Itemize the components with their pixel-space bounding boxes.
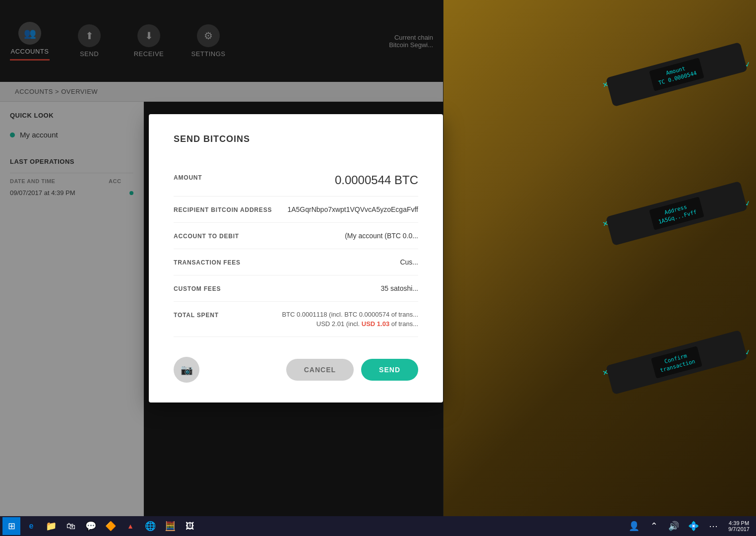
cancel-button[interactable]: CANCEL xyxy=(286,359,354,381)
device-2-check-icon: ✓ xyxy=(744,199,752,208)
taskbar-calc[interactable]: 🧮 xyxy=(161,517,179,535)
store-icon: 🛍 xyxy=(66,521,75,532)
total-line-1: BTC 0.0001118 (incl. BTC 0.0000574 of tr… xyxy=(282,311,418,318)
volume-icon: 🔊 xyxy=(668,521,679,532)
taskbar-system-tray: 👤 ⌃ 🔊 💠 ⋯ 4:39 PM 9/7/2017 xyxy=(625,517,754,535)
calc-icon: 🧮 xyxy=(165,521,176,532)
amount-value: 0.0000544 BTC xyxy=(335,173,418,187)
total-spent-label: TOTAL SPENT xyxy=(174,311,273,319)
total-usd-red: USD 1.03 xyxy=(362,320,389,328)
taskbar-store[interactable]: 🛍 xyxy=(62,517,80,535)
modal-row-total-spent: TOTAL SPENT BTC 0.0001118 (incl. BTC 0.0… xyxy=(174,302,418,337)
hardware-device-2: ✕ Address 1A5Gq...Fvff ✓ xyxy=(606,181,748,246)
clock-date: 9/7/2017 xyxy=(728,526,750,532)
total-spent-values: BTC 0.0001118 (incl. BTC 0.0000574 of tr… xyxy=(282,311,418,328)
device-2-x-icon: ✕ xyxy=(602,219,610,229)
modal-row-amount: AMOUNT 0.0000544 BTC xyxy=(174,164,418,197)
total-btc-value: BTC 0.0001118 (incl. BTC 0.0000574 of tr… xyxy=(282,311,418,318)
modal-row-custom-fees: CUSTOM FEES 35 satoshi... xyxy=(174,275,418,302)
clock-time: 4:39 PM xyxy=(728,520,750,526)
taskbar-clock[interactable]: 4:39 PM 9/7/2017 xyxy=(724,520,754,532)
account-debit-value: (My account (BTC 0.0... xyxy=(345,232,418,240)
hardware-device-3: ✕ Confirm transaction ✓ xyxy=(606,330,748,395)
modal-footer: 📷 CANCEL SEND xyxy=(174,337,418,383)
windows-icon: ⊞ xyxy=(8,521,15,532)
custom-fees-value: 35 satoshi... xyxy=(381,284,419,292)
device-2-screen: Address 1A5Gq...Fvff xyxy=(649,197,704,230)
recipient-value: 1A5GqrNbpo7xwpt1VQVvcA5yzoEcgaFvff xyxy=(287,205,418,213)
taskbar-whatsapp[interactable]: 💬 xyxy=(82,517,100,535)
camera-button[interactable]: 📷 xyxy=(174,357,199,383)
taskbar-photos[interactable]: 🖼 xyxy=(181,517,199,535)
more-icon: ⋯ xyxy=(709,521,718,532)
chevron-up-icon: ⌃ xyxy=(650,521,658,532)
modal-overlay: SEND BITCOINS AMOUNT 0.0000544 BTC RECIP… xyxy=(0,0,443,516)
taskbar-show-hidden[interactable]: ⌃ xyxy=(645,517,663,535)
taskbar-person[interactable]: 👤 xyxy=(625,517,643,535)
modal-title: SEND BITCOINS xyxy=(174,134,418,144)
edge-icon: e xyxy=(29,522,34,531)
taskbar-skype[interactable]: 💠 xyxy=(685,517,702,535)
start-button[interactable]: ⊞ xyxy=(2,517,20,535)
photos-icon: 🖼 xyxy=(186,521,194,532)
tx-fees-label: TRANSACTION FEES xyxy=(174,258,273,266)
taskbar-vlc[interactable]: 🔶 xyxy=(102,517,120,535)
hardware-background: ✕ Amount TC 0.0000544 ✓ ✕ Address 1A5Gq.… xyxy=(443,0,756,536)
modal-row-account-debit: ACCOUNT TO DEBIT (My account (BTC 0.0... xyxy=(174,223,418,249)
taskbar-volume[interactable]: 🔊 xyxy=(665,517,683,535)
explorer-icon: 📁 xyxy=(46,521,57,532)
camera-icon: 📷 xyxy=(181,364,193,376)
vlc-icon: 🔶 xyxy=(105,521,116,532)
device-3-x-icon: ✕ xyxy=(602,368,610,378)
tx-fees-value: Cus... xyxy=(400,258,418,266)
device-1-x-icon: ✕ xyxy=(602,80,610,90)
action-buttons: CANCEL SEND xyxy=(286,359,418,381)
taskbar-more[interactable]: ⋯ xyxy=(704,517,722,535)
device-3-check-icon: ✓ xyxy=(744,347,752,357)
chrome-icon: 🌐 xyxy=(145,521,156,532)
taskbar-edge[interactable]: e xyxy=(22,517,40,535)
taskbar-chrome[interactable]: 🌐 xyxy=(141,517,159,535)
main-app: 👥 ACCOUNTS ⬆ SEND ⬇ RECEIVE ⚙ SETTINGS C… xyxy=(0,0,443,536)
taskbar-explorer[interactable]: 📁 xyxy=(42,517,60,535)
device-1-check-icon: ✓ xyxy=(744,60,752,69)
recipient-label: RECIPIENT BITCOIN ADDRESS xyxy=(174,205,273,213)
send-button[interactable]: SEND xyxy=(361,359,418,381)
whatsapp-icon: 💬 xyxy=(85,521,96,532)
device-3-screen: Confirm transaction xyxy=(651,346,703,379)
taskbar: ⊞ e 📁 🛍 💬 🔶 ▲ 🌐 🧮 🖼 👤 ⌃ 🔊 💠 xyxy=(0,516,756,536)
send-bitcoins-modal: SEND BITCOINS AMOUNT 0.0000544 BTC RECIP… xyxy=(149,114,443,402)
account-debit-label: ACCOUNT TO DEBIT xyxy=(174,232,273,240)
modal-row-recipient: RECIPIENT BITCOIN ADDRESS 1A5GqrNbpo7xwp… xyxy=(174,197,418,223)
skype-icon: 💠 xyxy=(688,521,699,532)
modal-row-tx-fees: TRANSACTION FEES Cus... xyxy=(174,249,418,275)
device-1-screen: Amount TC 0.0000544 xyxy=(649,58,704,91)
total-line-2: USD 2.01 (incl. USD 1.03 of trans... xyxy=(316,320,418,328)
ledger-icon: ▲ xyxy=(127,522,134,530)
amount-label: AMOUNT xyxy=(174,173,273,181)
taskbar-app1[interactable]: ▲ xyxy=(122,517,139,535)
person-icon: 👤 xyxy=(629,521,639,532)
hardware-device-1: ✕ Amount TC 0.0000544 ✓ xyxy=(606,42,748,107)
custom-fees-label: CUSTOM FEES xyxy=(174,284,273,292)
total-usd-normal: USD 2.01 (incl. xyxy=(316,320,362,328)
total-usd-end: of trans... xyxy=(389,320,418,328)
